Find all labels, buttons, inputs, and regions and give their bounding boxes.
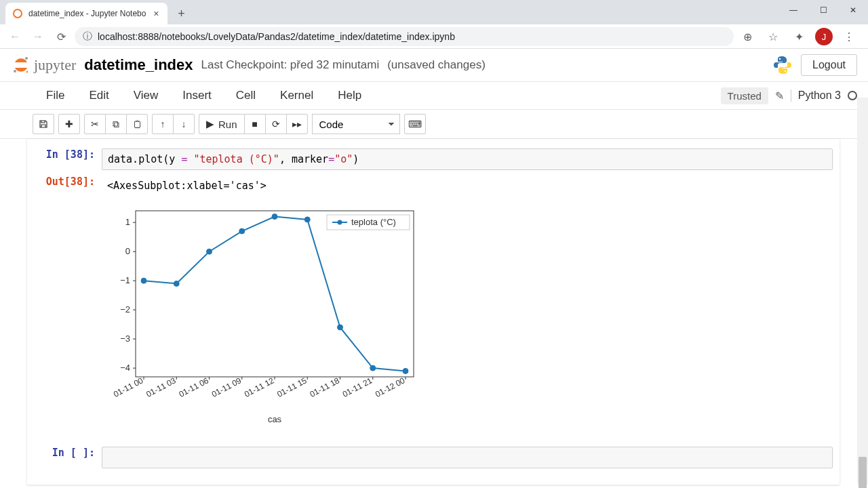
empty-code-cell[interactable]: In [ ]: — [27, 444, 840, 471]
menu-edit[interactable]: Edit — [86, 85, 111, 106]
tab-title: datetime_index - Jupyter Notebo — [28, 9, 146, 18]
svg-point-45 — [370, 365, 376, 371]
svg-point-49 — [338, 220, 342, 225]
unsaved-indicator: (unsaved changes) — [387, 58, 486, 72]
svg-text:01-12 00: 01-12 00 — [374, 375, 407, 399]
svg-point-42 — [272, 214, 277, 220]
back-icon[interactable]: ← — [5, 27, 24, 46]
zoom-icon[interactable]: ⊕ — [738, 27, 757, 46]
svg-point-5 — [785, 70, 786, 72]
svg-point-43 — [304, 217, 310, 222]
vertical-scrollbar[interactable] — [857, 98, 868, 485]
restart-button[interactable]: ⟳ — [265, 114, 287, 134]
restart-run-all-button[interactable]: ▸▸ — [286, 114, 308, 134]
python-logo-icon — [772, 55, 793, 75]
checkpoint-text: Last Checkpoint: před 32 minutami — [201, 58, 380, 72]
maximize-icon[interactable]: ☐ — [808, 0, 838, 20]
browser-tab[interactable]: datetime_index - Jupyter Notebo × — [5, 3, 167, 24]
close-icon[interactable]: × — [151, 9, 161, 18]
menu-view[interactable]: View — [131, 85, 161, 106]
jupyter-logo[interactable]: jupyter — [11, 55, 76, 75]
paste-button[interactable]: 📋︎ — [126, 114, 148, 134]
empty-input-prompt: In [ ]: — [34, 447, 102, 468]
trusted-indicator[interactable]: Trusted — [721, 87, 768, 104]
close-window-icon[interactable]: ✕ — [838, 0, 868, 20]
menu-kernel[interactable]: Kernel — [277, 85, 316, 106]
svg-text:01-11 03: 01-11 03 — [144, 375, 178, 399]
cut-button[interactable]: ✂ — [84, 114, 106, 134]
menu-help[interactable]: Help — [335, 85, 364, 106]
svg-point-2 — [14, 70, 16, 73]
code-cell[interactable]: In [38]: data.plot(y = "teplota (°C)", m… — [27, 146, 840, 173]
svg-text:−1: −1 — [120, 275, 130, 285]
tab-bar: datetime_index - Jupyter Notebo × + — ☐ … — [0, 0, 868, 24]
svg-text:01-11 15: 01-11 15 — [275, 375, 309, 399]
jupyter-header: jupyter datetime_index Last Checkpoint: … — [0, 49, 868, 82]
svg-point-44 — [338, 325, 343, 330]
menubar: File Edit View Insert Cell Kernel Help T… — [0, 82, 868, 110]
menu-cell[interactable]: Cell — [233, 85, 258, 106]
bookmark-icon[interactable]: ☆ — [764, 27, 783, 46]
menu-icon[interactable]: ⋮ — [840, 27, 859, 46]
forward-icon[interactable]: → — [28, 27, 47, 46]
reload-icon[interactable]: ⟳ — [52, 27, 71, 46]
address-bar: ← → ⟳ ⓘ localhost:8888/notebooks/LovelyD… — [0, 24, 868, 49]
add-cell-button[interactable]: ✚ — [58, 114, 80, 134]
minimize-icon[interactable]: — — [778, 0, 808, 20]
logout-button[interactable]: Logout — [801, 54, 857, 76]
jupyter-logo-text: jupyter — [34, 56, 76, 74]
copy-button[interactable]: ⧉ — [105, 114, 127, 134]
empty-code-input[interactable] — [102, 447, 833, 468]
menu-file[interactable]: File — [43, 85, 67, 106]
line-chart: −4−3−2−10101-11 0001-11 0301-11 0601-11 … — [102, 204, 427, 428]
svg-text:1: 1 — [125, 217, 130, 227]
new-tab-button[interactable]: + — [172, 4, 191, 23]
svg-point-46 — [403, 368, 408, 373]
svg-point-3 — [26, 71, 28, 73]
input-prompt: In [38]: — [34, 148, 102, 170]
browser-right-icons: ⊕ ☆ ✦ J ⋮ — [738, 27, 863, 46]
kernel-idle-icon[interactable] — [848, 91, 857, 100]
toolbar: ✚ ✂ ⧉ 📋︎ ↑ ↓ ▶ Run ■ ⟳ ▸▸ Code ⌨ — [0, 110, 868, 139]
svg-text:−4: −4 — [120, 363, 130, 373]
url-input[interactable]: ⓘ localhost:8888/notebooks/LovelyData/Pa… — [75, 27, 734, 46]
svg-text:01-11 06: 01-11 06 — [178, 375, 211, 399]
svg-text:−3: −3 — [120, 333, 130, 344]
window-controls: — ☐ ✕ — [778, 0, 868, 20]
kernel-name[interactable]: Python 3 — [791, 89, 841, 102]
jupyter-logo-icon — [11, 55, 31, 75]
svg-text:01-11 12: 01-11 12 — [243, 375, 276, 399]
scrollbar-thumb[interactable] — [859, 457, 867, 488]
svg-text:teplota (°C): teplota (°C) — [351, 217, 396, 227]
svg-point-40 — [207, 249, 212, 254]
edit-metadata-icon[interactable]: ✎ — [775, 89, 784, 102]
extensions-icon[interactable]: ✦ — [789, 27, 808, 46]
svg-point-0 — [14, 9, 22, 18]
svg-text:01-11 00: 01-11 00 — [112, 375, 145, 399]
move-up-button[interactable]: ↑ — [152, 114, 174, 134]
profile-avatar[interactable]: J — [815, 28, 833, 45]
run-button[interactable]: ▶ Run — [199, 114, 245, 134]
svg-text:01-11 09: 01-11 09 — [210, 375, 243, 399]
save-button[interactable] — [33, 114, 54, 134]
cell-type-select[interactable]: Code — [312, 114, 400, 134]
svg-text:01-11 21: 01-11 21 — [341, 375, 374, 399]
interrupt-button[interactable]: ■ — [244, 114, 266, 134]
svg-text:01-11 18: 01-11 18 — [309, 375, 342, 399]
svg-text:0: 0 — [125, 246, 130, 256]
browser-chrome: datetime_index - Jupyter Notebo × + — ☐ … — [0, 0, 868, 49]
svg-point-41 — [239, 228, 245, 234]
notebook-title[interactable]: datetime_index — [84, 56, 193, 74]
svg-point-4 — [779, 58, 781, 60]
code-input[interactable]: data.plot(y = "teplota (°C)", marker="o"… — [102, 148, 833, 170]
jupyter-favicon-icon — [12, 8, 23, 19]
command-palette-button[interactable]: ⌨ — [404, 114, 426, 134]
svg-rect-6 — [136, 211, 414, 377]
output-text: <AxesSubplot:xlabel='cas'> — [102, 176, 833, 196]
move-down-button[interactable]: ↓ — [173, 114, 195, 134]
site-info-icon[interactable]: ⓘ — [83, 30, 92, 43]
notebook-container: In [38]: data.plot(y = "teplota (°C)", m… — [27, 139, 840, 485]
chart-output: −4−3−2−10101-11 0001-11 0301-11 0601-11 … — [102, 204, 840, 428]
menu-insert[interactable]: Insert — [180, 85, 214, 106]
svg-text:cas: cas — [268, 414, 282, 424]
